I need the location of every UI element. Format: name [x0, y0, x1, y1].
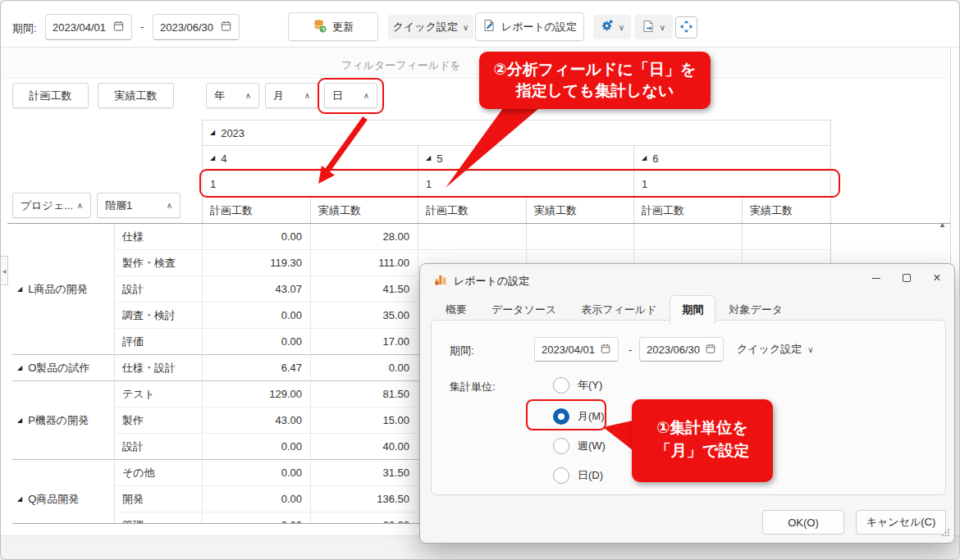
row-group-o-prototype[interactable]: ◢O製品の試作 — [12, 355, 114, 381]
expand-marker-icon[interactable]: ◢ — [17, 496, 22, 503]
pivot-cell[interactable] — [418, 224, 526, 250]
pivot-cell[interactable]: 35.00 — [310, 303, 418, 329]
calendar-icon[interactable] — [705, 343, 716, 357]
pivot-cell[interactable]: 129.00 — [202, 381, 310, 407]
field-button-plan-hours[interactable]: 計画工数 — [12, 83, 89, 108]
field-button-year[interactable]: 年∧ — [206, 83, 259, 108]
field-button-project[interactable]: プロジェ...∧ — [12, 193, 91, 218]
row-label[interactable]: 仕様 — [114, 224, 202, 250]
row-group-p-equipment[interactable]: ◢P機器の開発 — [12, 381, 114, 460]
expand-marker-icon[interactable]: ◢ — [210, 130, 215, 136]
expand-marker-icon[interactable]: ◢ — [17, 365, 22, 371]
radio-circle-icon[interactable] — [553, 438, 569, 454]
expand-marker-icon[interactable]: ◢ — [210, 155, 215, 162]
row-label[interactable]: 製作 — [114, 407, 202, 434]
pivot-cell[interactable]: 28.00 — [310, 224, 418, 250]
measure-header[interactable]: 実績工数 — [742, 196, 831, 224]
measure-header[interactable]: 計画工数 — [202, 196, 310, 224]
calendar-icon[interactable] — [220, 20, 232, 34]
export-dropdown[interactable]: ∨ — [634, 15, 673, 39]
scroll-left-button[interactable]: ◀ — [0, 256, 8, 285]
row-label[interactable]: 仕様・設計 — [114, 355, 202, 381]
pivot-cell[interactable]: 0.00 — [310, 355, 418, 381]
refresh-button[interactable]: 更新 — [288, 12, 378, 41]
dialog-date-to-input[interactable]: 2023/06/30 — [639, 337, 724, 362]
column-header-month-4[interactable]: ◢4 — [202, 145, 418, 171]
pivot-cell[interactable]: 0.00 — [202, 224, 310, 250]
cancel-button[interactable]: キャンセル(C) — [856, 510, 946, 535]
pivot-cell[interactable]: 15.00 — [310, 407, 418, 434]
pivot-cell[interactable]: 6.47 — [202, 355, 310, 381]
radio-circle-icon[interactable] — [553, 377, 569, 394]
close-button[interactable]: × — [922, 266, 952, 289]
radio-day[interactable]: 日(D) — [553, 462, 603, 489]
pivot-cell[interactable]: 62.00 — [310, 512, 418, 524]
date-from-input[interactable]: 2023/04/01 — [45, 14, 132, 40]
scroll-up-arrow[interactable]: ▲ — [939, 221, 946, 229]
chevron-up-icon[interactable]: ∧ — [167, 201, 172, 210]
field-button-month[interactable]: 月∧ — [265, 83, 318, 108]
pivot-cell[interactable] — [526, 224, 633, 250]
field-button-actual-hours[interactable]: 実績工数 — [98, 83, 174, 108]
minimize-button[interactable] — [862, 266, 891, 289]
pivot-cell[interactable]: 41.50 — [310, 276, 418, 303]
pivot-cell[interactable]: 43.00 — [202, 407, 310, 434]
pivot-cell[interactable]: 136.50 — [310, 486, 418, 512]
measure-header[interactable]: 実績工数 — [526, 196, 633, 224]
filter-fields-dropzone[interactable] — [2, 48, 950, 79]
pivot-cell[interactable]: 0.00 — [202, 303, 310, 329]
report-settings-button[interactable]: レポートの設定 — [475, 12, 584, 41]
date-to-input[interactable]: 2023/06/30 — [153, 14, 240, 40]
pivot-cell[interactable]: 0.00 — [202, 460, 310, 486]
measure-header[interactable]: 計画工数 — [418, 196, 526, 224]
expand-marker-icon[interactable]: ◢ — [642, 155, 647, 162]
radio-circle-icon[interactable] — [553, 467, 569, 484]
row-group-l-product[interactable]: ◢L商品の開発 — [12, 224, 114, 355]
row-label[interactable]: 調査・検討 — [114, 303, 202, 329]
pivot-cell[interactable] — [742, 224, 831, 250]
row-label[interactable]: 開発 — [114, 486, 202, 512]
measure-header[interactable]: 実績工数 — [310, 196, 418, 224]
pivot-cell[interactable]: 0.00 — [202, 434, 310, 460]
row-label[interactable]: 管理 — [114, 512, 202, 524]
options-gear-dropdown[interactable]: ∨ — [593, 15, 631, 39]
maximize-button[interactable] — [892, 266, 921, 289]
chevron-up-icon[interactable]: ∧ — [245, 91, 251, 100]
expand-marker-icon[interactable]: ◢ — [17, 286, 22, 293]
tab-period[interactable]: 期間 — [670, 295, 715, 324]
row-label[interactable]: 設計 — [114, 276, 202, 303]
column-header-year-2023[interactable]: ◢ 2023 — [202, 120, 831, 145]
expand-marker-icon[interactable]: ◢ — [426, 155, 431, 162]
radio-week[interactable]: 週(W) — [553, 432, 606, 460]
dialog-quick-settings-dropdown[interactable]: クイック設定 ∨ — [737, 337, 814, 362]
pivot-cell[interactable]: 0.00 — [202, 486, 310, 512]
field-button-hierarchy1[interactable]: 階層1∧ — [97, 193, 181, 218]
row-label[interactable]: 設計 — [114, 434, 202, 460]
pivot-cell[interactable]: 0.00 — [202, 512, 310, 524]
chevron-up-icon[interactable]: ∧ — [304, 91, 310, 100]
calendar-icon[interactable] — [112, 20, 125, 34]
pivot-cell[interactable]: 0.00 — [202, 329, 310, 355]
pivot-cell[interactable]: 111.00 — [310, 250, 418, 276]
calendar-icon[interactable] — [600, 343, 611, 357]
pivot-cell[interactable]: 40.00 — [310, 434, 418, 460]
pivot-cell[interactable]: 119.30 — [202, 250, 310, 276]
pivot-cell[interactable]: 17.00 — [310, 329, 418, 355]
chevron-up-icon[interactable]: ∧ — [77, 201, 83, 210]
pivot-cell[interactable]: 81.50 — [310, 381, 418, 407]
ok-button[interactable]: OK(O) — [762, 510, 844, 535]
pivot-cell[interactable]: 31.50 — [310, 460, 418, 486]
resize-grip[interactable] — [941, 527, 950, 540]
dialog-date-from-input[interactable]: 2023/04/01 — [534, 337, 619, 362]
row-label[interactable]: その他 — [114, 460, 202, 486]
pivot-cell[interactable]: 43.07 — [202, 276, 310, 303]
fullscreen-expand-button[interactable] — [675, 16, 697, 39]
radio-year[interactable]: 年(Y) — [553, 371, 602, 399]
expand-marker-icon[interactable]: ◢ — [17, 417, 22, 424]
row-label[interactable]: 評価 — [114, 329, 202, 355]
column-header-month-6[interactable]: ◢6 — [633, 145, 831, 171]
row-label[interactable]: 製作・検査 — [114, 250, 202, 276]
row-label[interactable]: テスト — [114, 381, 202, 407]
row-group-q-product[interactable]: ◢Q商品開発 — [12, 460, 114, 524]
column-header-month-5[interactable]: ◢5 — [418, 145, 633, 171]
